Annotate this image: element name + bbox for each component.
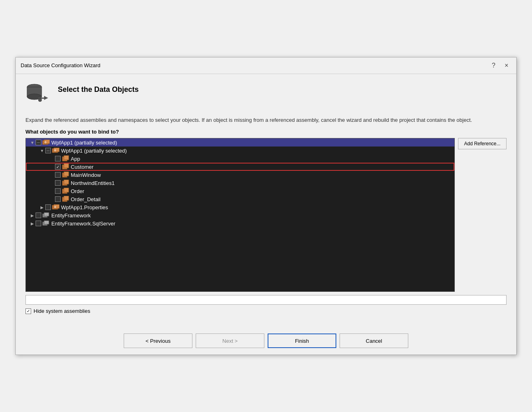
page-title: Select the Data Objects <box>58 85 139 94</box>
bind-label: What objects do you want to bind to? <box>25 129 507 135</box>
class-icon <box>62 196 70 202</box>
tree-node-entityframework[interactable]: ▶ EntityFramework <box>26 211 454 219</box>
node-label-order: Order <box>71 188 84 194</box>
dialog-window: Data Source Configuration Wizard ? × <box>15 57 517 355</box>
svg-rect-17 <box>64 172 69 176</box>
tree-section: ▼ ─ {} WpfApp1 (partially selected) ▼ ─ <box>25 138 507 292</box>
svg-rect-19 <box>64 180 69 184</box>
node-label-entityframework-sql: EntityFramework.SqlServer <box>51 221 115 227</box>
expander-placeholder <box>49 180 55 186</box>
checkbox-northwindentities[interactable] <box>55 180 61 186</box>
close-button[interactable]: × <box>502 61 511 70</box>
node-label-northwindentities: NorthwindEntities1 <box>71 180 114 186</box>
expander-placeholder <box>49 164 55 170</box>
tree-node-mainwindow[interactable]: MainWindow <box>26 171 454 179</box>
checkbox-wpfapp1-props[interactable] <box>45 204 51 210</box>
class-icon <box>62 180 70 186</box>
checkbox-customer[interactable]: ✓ <box>55 164 61 170</box>
expander-placeholder <box>49 188 55 194</box>
title-bar-controls: ? × <box>489 61 511 70</box>
node-label-app: App <box>71 156 80 162</box>
svg-point-5 <box>38 98 42 102</box>
class-icon <box>62 155 70 162</box>
svg-rect-23 <box>64 196 69 200</box>
svg-rect-15 <box>64 164 69 168</box>
expander-icon: ▶ <box>29 212 36 219</box>
svg-rect-13 <box>64 155 69 160</box>
node-label-entityframework: EntityFramework <box>51 212 91 219</box>
window-title: Data Source Configuration Wizard <box>21 62 100 68</box>
expander-placeholder <box>49 172 55 178</box>
expander-icon: ▶ <box>39 204 45 210</box>
svg-rect-28 <box>44 212 49 216</box>
buttons-row: < Previous Next > Finish Cancel <box>16 329 516 355</box>
node-label-wpfapp1-ns: WpfApp1 (partially selected) <box>61 148 127 154</box>
node-label-order-detail: Order_Detail <box>71 196 101 202</box>
svg-rect-21 <box>64 188 69 192</box>
assembly-icon <box>42 220 51 227</box>
class-icon <box>62 172 70 178</box>
svg-text:{}: {} <box>44 141 46 143</box>
checkbox-app[interactable] <box>55 156 61 161</box>
node-label-customer: Customer <box>71 164 93 170</box>
node-label-mainwindow: MainWindow <box>71 172 101 178</box>
checkbox-entityframework[interactable] <box>36 212 41 218</box>
svg-marker-4 <box>44 96 48 100</box>
node-label-wpfapp1-root: WpfApp1 (partially selected) <box>51 140 117 146</box>
add-reference-button[interactable]: Add Reference... <box>458 138 507 149</box>
footer-checks: Hide system assemblies <box>25 308 507 314</box>
add-reference-section: Add Reference... <box>458 138 507 292</box>
tree-node-wpfapp1-ns[interactable]: ▼ ─ {} WpfApp1 (partially selected) <box>26 147 454 155</box>
class-icon <box>62 188 70 194</box>
next-button[interactable]: Next > <box>196 333 264 348</box>
checkbox-wpfapp1-root[interactable]: ─ <box>36 140 41 145</box>
svg-text:{}: {} <box>54 149 56 151</box>
expander-icon: ▼ <box>29 139 36 146</box>
namespace-icon: {} <box>52 204 60 210</box>
svg-rect-30 <box>44 221 49 224</box>
main-content: Select the Data Objects Expand the refer… <box>16 74 516 329</box>
search-bar[interactable] <box>25 295 507 305</box>
namespace-icon: {} <box>52 147 60 154</box>
tree-node-app[interactable]: App <box>26 155 454 163</box>
assembly-icon <box>42 212 51 219</box>
class-icon <box>62 164 70 170</box>
description-text: Expand the referenced assemblies and nam… <box>25 116 507 124</box>
checkbox-order-detail[interactable] <box>55 196 61 202</box>
tree-node-wpfapp1-props[interactable]: ▶ {} WpfApp1.Properties <box>26 203 454 211</box>
finish-button[interactable]: Finish <box>268 333 336 348</box>
help-button[interactable]: ? <box>489 61 498 70</box>
hide-system-assemblies-checkbox[interactable] <box>25 308 31 314</box>
expander-placeholder <box>49 155 55 162</box>
header-row: Select the Data Objects <box>25 82 507 108</box>
title-bar: Data Source Configuration Wizard ? × <box>16 57 516 74</box>
checkbox-wpfapp1-ns[interactable]: ─ <box>45 148 51 153</box>
expander-icon: ▶ <box>29 220 36 227</box>
database-icon <box>25 82 51 108</box>
tree-node-order-detail[interactable]: Order_Detail <box>26 195 454 203</box>
tree-node-entityframework-sql[interactable]: ▶ EntityFramework.SqlServer <box>26 219 454 227</box>
node-label-wpfapp1-props: WpfApp1.Properties <box>61 204 108 210</box>
cancel-button[interactable]: Cancel <box>340 333 408 348</box>
tree-node-wpfapp1-root[interactable]: ▼ ─ {} WpfApp1 (partially selected) <box>26 138 454 147</box>
expander-icon: ▼ <box>39 147 45 154</box>
tree-container[interactable]: ▼ ─ {} WpfApp1 (partially selected) ▼ ─ <box>25 138 455 292</box>
header-text: Select the Data Objects <box>58 82 139 94</box>
checkbox-order[interactable] <box>55 188 61 194</box>
tree-node-customer[interactable]: ✓ Customer <box>26 163 454 171</box>
expander-placeholder <box>49 196 55 202</box>
hide-system-assemblies-label: Hide system assemblies <box>34 308 90 314</box>
namespace-icon: {} <box>42 139 51 146</box>
tree-node-order[interactable]: Order <box>26 187 454 195</box>
previous-button[interactable]: < Previous <box>124 333 192 348</box>
checkbox-entityframework-sql[interactable] <box>36 221 41 226</box>
svg-text:{}: {} <box>54 206 56 208</box>
tree-node-northwindentities[interactable]: NorthwindEntities1 <box>26 179 454 187</box>
checkbox-mainwindow[interactable] <box>55 172 61 178</box>
